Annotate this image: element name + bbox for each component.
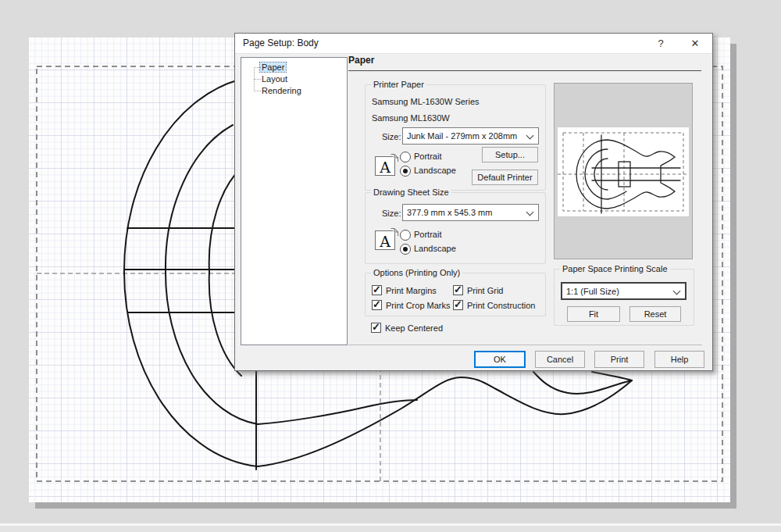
window-bottom-bar	[0, 526, 781, 532]
printer-portrait-radio[interactable]	[400, 152, 411, 162]
printer-name-label: Samsung ML1630W	[372, 113, 450, 123]
default-printer-button[interactable]: Default Printer	[472, 170, 538, 185]
dialog-title: Page Setup: Body	[243, 34, 319, 53]
setup-button[interactable]: Setup...	[482, 147, 538, 162]
keep-centered-label: Keep Centered	[385, 323, 443, 334]
settings-tree: Paper Layout Rendering	[241, 57, 348, 345]
print-grid-checkbox[interactable]: ✓	[453, 285, 463, 295]
pane-title: Paper	[348, 55, 374, 66]
chevron-down-icon	[526, 209, 534, 216]
ok-button[interactable]: OK	[474, 351, 526, 368]
print-crop-marks-label: Print Crop Marks	[386, 300, 451, 311]
printer-landscape-label: Landscape	[414, 165, 456, 176]
sheet-size-select[interactable]: 377.9 mm x 545.3 mm	[402, 204, 539, 221]
help-icon[interactable]: ?	[651, 34, 671, 53]
print-margins-checkbox[interactable]: ✓	[372, 285, 382, 295]
reset-button[interactable]: Reset	[629, 306, 681, 322]
printing-scale-group: Paper Space Printing Scale 1:1 (Full Siz…	[554, 269, 694, 326]
print-construction-label: Print Construction	[467, 300, 535, 311]
checkmark-icon: ✓	[454, 284, 462, 295]
print-button[interactable]: Print	[594, 351, 644, 368]
sheet-size-label: Size:	[382, 209, 401, 218]
chevron-down-icon	[673, 287, 681, 295]
print-margins-label: Print Margins	[386, 285, 437, 296]
sheet-portrait-label: Portrait	[414, 229, 441, 240]
print-crop-marks-checkbox[interactable]: ✓	[372, 300, 382, 310]
svg-text:A: A	[379, 159, 390, 176]
options-group: Options (Printing Only) ✓ Print Margins …	[365, 273, 546, 316]
cancel-button[interactable]: Cancel	[535, 351, 585, 368]
printer-series-label: Samsung ML-1630W Series	[372, 97, 480, 106]
printing-scale-group-label: Paper Space Printing Scale	[560, 264, 670, 273]
svg-text:A: A	[379, 233, 390, 250]
printer-paper-group-label: Printer Paper	[371, 80, 426, 89]
printer-portrait-label: Portrait	[414, 151, 441, 162]
page-setup-dialog: Page Setup: Body ? ✕ Paper Layout Render…	[234, 33, 713, 371]
print-preview-drawing	[558, 127, 689, 216]
tree-item-rendering[interactable]: Rendering	[262, 85, 301, 96]
tree-item-layout[interactable]: Layout	[262, 73, 287, 84]
checkmark-icon: ✓	[372, 321, 380, 333]
printer-paper-size-select[interactable]: Junk Mail - 279mm x 208mm	[402, 127, 539, 145]
drawing-sheet-group: Drawing Sheet Size Size: 377.9 mm x 545.…	[365, 192, 546, 264]
print-preview-paper	[558, 127, 689, 216]
printer-size-label: Size:	[382, 132, 401, 141]
fit-button[interactable]: Fit	[567, 306, 620, 322]
help-button[interactable]: Help	[654, 351, 704, 368]
printer-paper-group: Printer Paper Samsung ML-1630W Series Sa…	[365, 84, 546, 191]
options-group-label: Options (Printing Only)	[371, 268, 462, 277]
print-construction-checkbox[interactable]: ✓	[453, 300, 463, 310]
printing-scale-select[interactable]: 1:1 (Full Size)	[561, 282, 686, 300]
dialog-titlebar[interactable]: Page Setup: Body ? ✕	[235, 34, 712, 54]
orientation-page-icon: A	[375, 154, 398, 176]
button-row-divider	[348, 345, 702, 345]
print-grid-label: Print Grid	[467, 285, 503, 296]
pane-title-rule	[348, 70, 701, 71]
drawing-sheet-group-label: Drawing Sheet Size	[371, 187, 451, 197]
checkmark-icon: ✓	[373, 298, 381, 310]
keep-centered-checkbox[interactable]: ✓	[371, 323, 381, 333]
sheet-landscape-radio[interactable]	[400, 244, 411, 255]
chevron-down-icon	[526, 132, 534, 140]
tree-item-paper[interactable]: Paper	[262, 62, 286, 73]
print-preview-panel	[554, 83, 693, 259]
sheet-landscape-label: Landscape	[414, 243, 456, 254]
checkmark-icon: ✓	[373, 284, 381, 295]
close-icon[interactable]: ✕	[685, 34, 705, 53]
checkmark-icon: ✓	[454, 298, 462, 310]
sheet-portrait-radio[interactable]	[400, 230, 411, 241]
printer-landscape-radio[interactable]	[400, 166, 411, 177]
orientation-page-icon: A	[375, 228, 398, 250]
